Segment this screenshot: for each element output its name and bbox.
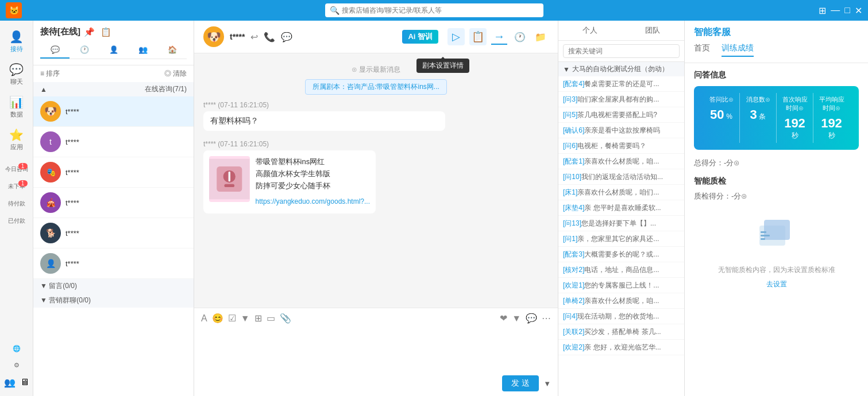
script-section-collapse: ▼	[563, 65, 570, 73]
script-item-11[interactable]: [配套3]大概需要多长的呢？或...	[558, 247, 684, 262]
script-item-16[interactable]: [关联2]买沙发，搭配单椅 茶几...	[558, 324, 684, 340]
pin-icon[interactable]: 📌	[84, 27, 95, 37]
clip-icon[interactable]: 📎	[280, 313, 291, 324]
script-item-8[interactable]: [床垫4]亲 您平时是喜欢睡柔软...	[558, 200, 684, 216]
script-text-5: 亲喜欢什么材质呢，咱...	[584, 157, 659, 165]
contact-item-0[interactable]: 🐶 t****	[33, 96, 194, 127]
script-item-10[interactable]: [问1]亲，您家里其它的家具还...	[558, 231, 684, 247]
script-item-15[interactable]: [问4]现在活动期，您的收货地...	[558, 309, 684, 324]
section-online[interactable]: ▲ 在线咨询(7/1)	[33, 82, 194, 96]
font-icon[interactable]: A	[201, 313, 207, 324]
bottom-group-icon[interactable]: 👥	[4, 377, 16, 388]
tab-history[interactable]: 🕐	[70, 42, 99, 59]
minimize-icon[interactable]: —	[831, 5, 840, 15]
script-item-2[interactable]: [问5]茶几电视柜需要搭配上吗?	[558, 107, 684, 123]
avatar-1: t	[40, 131, 61, 152]
tab-personal[interactable]: 个人	[558, 21, 622, 40]
quality-link[interactable]: 去设置	[766, 279, 787, 289]
tab-home[interactable]: 首页	[694, 43, 710, 57]
ai-badge[interactable]: Ai 智训	[402, 30, 438, 44]
contact-item-1[interactable]: t t****	[33, 127, 194, 157]
contact-item-2[interactable]: 🎭 t****	[33, 157, 194, 188]
script-item-5[interactable]: [配套1]亲喜欢什么材质呢，咱...	[558, 154, 684, 169]
app-logo: 🐱	[6, 2, 22, 18]
close-icon[interactable]: ✕	[855, 5, 862, 16]
phone-icon[interactable]: 📞	[264, 32, 275, 42]
grid-icon[interactable]: ⊞	[254, 313, 262, 324]
sidebar-item-pending[interactable]: 1 未下单	[2, 179, 31, 194]
message-icon[interactable]: 💬	[281, 32, 292, 42]
sidebar-item-waiting[interactable]: 待付款	[2, 196, 31, 211]
sidebar-item-paid[interactable]: 已付款	[2, 213, 31, 228]
comment-icon[interactable]: 💬	[526, 313, 537, 324]
dropdown-icon[interactable]: ▼	[241, 313, 250, 324]
history-icon[interactable]: 🕐	[512, 29, 528, 45]
search-input[interactable]	[342, 6, 539, 14]
script-item-17[interactable]: [欢迎2]亲 您好，欢迎光临艺华...	[558, 340, 684, 355]
folder-icon[interactable]: 📁	[533, 29, 549, 45]
clear-btn[interactable]: ◎ 清除	[164, 69, 187, 79]
script-text-15: 现在活动期，您的收货地...	[577, 312, 659, 320]
chat-input-box[interactable]	[201, 327, 551, 373]
avatar-2: 🎭	[40, 162, 61, 183]
msg-bubble-1: 有塑料杯吗？	[203, 111, 445, 131]
script-search-input[interactable]	[563, 44, 680, 58]
send-dropdown-btn[interactable]: ▼	[543, 379, 551, 388]
stat-first-resp: 首次响应时间⊙ 192 秒	[777, 93, 813, 143]
image-icon[interactable]: ▭	[267, 313, 275, 324]
forward-icon[interactable]: →	[491, 29, 507, 45]
sidebar-item-chat[interactable]: 💬 聊天	[2, 59, 31, 90]
sidebar-item-today[interactable]: 1 今日咨询	[2, 162, 31, 177]
tab-user[interactable]: 👤	[99, 42, 128, 59]
search-bar[interactable]: 🔍	[325, 3, 543, 17]
script-item-0[interactable]: [配套4]餐桌需要正常的还是可...	[558, 76, 684, 92]
bottom-monitor-icon[interactable]: 🖥	[20, 377, 29, 388]
product-link[interactable]: https://yangkeduo.com/goods.html?...	[256, 196, 370, 207]
script-item-7[interactable]: [床1]亲喜欢什么材质呢，咱们...	[558, 185, 684, 200]
contact-item-3[interactable]: 🎪 t****	[33, 188, 194, 218]
right-panel-content: 问答信息 答问比⊙ 50 % 消息数⊙ 3 条	[685, 63, 868, 396]
tab-shop[interactable]: 🏠	[157, 42, 187, 59]
sidebar-item-settings[interactable]: ⚙	[2, 358, 31, 372]
copy-icon[interactable]: 📋	[469, 28, 487, 45]
script-item-12[interactable]: [核对2]电话，地址，商品信息...	[558, 262, 684, 278]
script-item-4[interactable]: [问6]电视柜，餐椅需要吗？	[558, 138, 684, 154]
contact-item-5[interactable]: 👤 t****	[33, 249, 194, 279]
contact-name-2: t****	[65, 168, 79, 177]
sidebar-item-data[interactable]: 📊 数据	[2, 92, 31, 122]
script-section-header[interactable]: ▼ 大马的自动化测试分组（勿动）	[558, 62, 684, 76]
emoji-icon[interactable]: 😊	[212, 313, 223, 324]
sort-btn[interactable]: ≡ 排序	[40, 69, 60, 79]
tab-team[interactable]: 团队	[622, 21, 685, 40]
send-button[interactable]: 发 送	[502, 375, 539, 391]
script-item-6[interactable]: [问10]我们的返现金活动活动知...	[558, 169, 684, 185]
avatar-5: 👤	[40, 253, 61, 274]
reply-icon[interactable]: ↩	[250, 32, 258, 42]
tab-training[interactable]: 训练成绩	[722, 43, 754, 57]
script-banner[interactable]: 所属剧本：咨询产品:带吸管塑料杯ins网...	[203, 79, 549, 96]
sidebar-item-apps[interactable]: ⭐ 应用	[2, 125, 31, 155]
script-item-14[interactable]: [单椅2]亲喜欢什么材质呢，咱...	[558, 293, 684, 309]
heart-dropdown-icon[interactable]: ▼	[512, 313, 521, 324]
sidebar-item-globe[interactable]: 🌐	[2, 341, 31, 356]
script-item-3[interactable]: [确认6]亲亲是看中这款按摩椅吗	[558, 123, 684, 138]
svg-rect-8	[761, 235, 770, 236]
tab-group[interactable]: 👥	[128, 42, 157, 59]
play-icon[interactable]: ▷	[447, 28, 465, 45]
contact-item-4[interactable]: 🐕 t****	[33, 218, 194, 249]
sidebar-item-reception[interactable]: 👤 接待	[2, 26, 31, 57]
maximize-icon[interactable]: □	[844, 5, 850, 15]
script-item-13[interactable]: [欢迎1]您的专属客服已上线！...	[558, 278, 684, 293]
restore-icon[interactable]: ⊞	[819, 5, 826, 16]
section-marketing[interactable]: ▼ 营销群聊(0/0)	[33, 293, 194, 308]
contact-header-title: 接待[在线] 📌 📋	[40, 26, 187, 37]
quality-empty: 无智能质检内容，因为未设置质检标准 去设置	[694, 208, 859, 295]
heart-icon[interactable]: ❤	[500, 313, 507, 324]
script-item-9[interactable]: [问13]您是选择好要下单【】...	[558, 216, 684, 231]
list-icon[interactable]: 📋	[101, 27, 111, 37]
section-message[interactable]: ▼ 留言(0/0)	[33, 279, 194, 293]
script-item-1[interactable]: [问3]咱们家全屋家具都有的购...	[558, 92, 684, 107]
more-icon[interactable]: ⋯	[542, 313, 551, 324]
tab-chat[interactable]: 💬	[40, 42, 70, 59]
checkbox-icon[interactable]: ☑	[228, 313, 236, 324]
